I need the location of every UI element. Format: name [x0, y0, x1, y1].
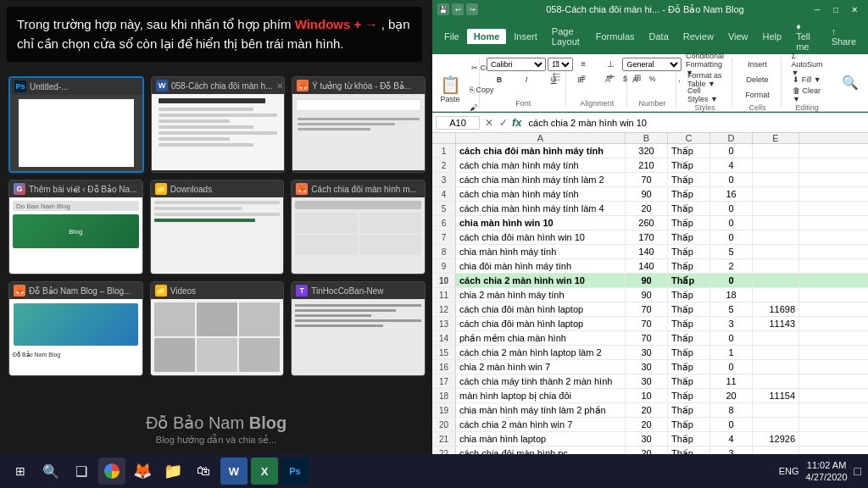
- cell-b[interactable]: 140: [626, 245, 668, 258]
- cell-e[interactable]: [753, 187, 799, 201]
- cell-b[interactable]: 320: [626, 144, 668, 158]
- cell-d[interactable]: 5: [710, 245, 753, 258]
- cell-e[interactable]: 11698: [753, 302, 799, 316]
- table-row[interactable]: 18 màn hình laptop bị chia đôi 10 Thấp 2…: [432, 389, 868, 403]
- cell-e[interactable]: [753, 202, 799, 215]
- cell-c[interactable]: Thấp: [668, 274, 710, 287]
- cell-e[interactable]: [753, 418, 799, 431]
- search-button[interactable]: 🔍: [837, 61, 863, 105]
- table-row[interactable]: 7 cách chia đôi màn hình win 10 170 Thấp…: [432, 230, 868, 245]
- cell-a[interactable]: cách chia màn hình máy tính: [456, 187, 626, 201]
- cell-reference-box[interactable]: [436, 116, 480, 130]
- cell-c[interactable]: Thấp: [668, 144, 710, 158]
- format-as-table-button[interactable]: Format as Table ▼: [683, 73, 726, 86]
- table-row[interactable]: 14 phần mềm chia màn hình 70 Thấp 0: [432, 331, 868, 346]
- excel-taskbar-icon[interactable]: X: [251, 458, 278, 485]
- task-view-button[interactable]: ❑: [68, 458, 95, 485]
- cell-a[interactable]: cách chia 2 màn hình win 10: [456, 274, 626, 287]
- table-row[interactable]: 19 chia màn hình máy tính làm 2 phần 20 …: [432, 403, 868, 418]
- paste-button[interactable]: 📋 Paste: [437, 68, 463, 112]
- cell-e[interactable]: [753, 230, 799, 244]
- align-top-button[interactable]: ⊤: [543, 58, 569, 69]
- cell-d[interactable]: 0: [710, 331, 753, 345]
- cell-b[interactable]: 210: [626, 158, 668, 172]
- cell-c[interactable]: Thấp: [668, 216, 710, 230]
- cell-c[interactable]: Thấp: [668, 317, 710, 330]
- tab-view[interactable]: View: [721, 29, 755, 44]
- cell-b[interactable]: 260: [626, 216, 668, 230]
- align-middle-button[interactable]: ≡: [570, 58, 596, 69]
- cell-a[interactable]: cách chia màn hình máy tính làm 2: [456, 173, 626, 186]
- cell-d[interactable]: 3: [710, 317, 753, 330]
- cell-c[interactable]: Thấp: [668, 158, 710, 172]
- table-row[interactable]: 21 chia màn hình laptop 30 Thấp 4 12926: [432, 432, 868, 446]
- cell-d[interactable]: 0: [710, 202, 753, 215]
- table-row[interactable]: 6 chia màn hình win 10 260 Thấp 0: [432, 216, 868, 230]
- table-row[interactable]: 10 cách chia 2 màn hình win 10 90 Thấp 0: [432, 274, 868, 288]
- ps-taskbar-icon[interactable]: Ps: [281, 458, 309, 485]
- cell-a[interactable]: phần mềm chia màn hình: [456, 331, 626, 345]
- cell-e[interactable]: [753, 403, 799, 417]
- cell-b[interactable]: 10: [626, 389, 668, 402]
- cell-d[interactable]: 0: [710, 173, 753, 186]
- cell-e[interactable]: 12926: [753, 432, 799, 446]
- table-row[interactable]: 13 cách chia đôi màn hình laptop 70 Thấp…: [432, 317, 868, 331]
- table-row[interactable]: 8 chia màn hình máy tính 140 Thấp 5: [432, 245, 868, 259]
- cell-c[interactable]: Thấp: [668, 245, 710, 258]
- table-row[interactable]: 20 cách chia 2 màn hình win 7 20 Thấp 0: [432, 418, 868, 432]
- cell-a[interactable]: cách chia máy tính thành 2 màn hình: [456, 374, 626, 388]
- col-header-a[interactable]: A: [456, 133, 626, 143]
- word-taskbar-icon[interactable]: W: [220, 458, 248, 485]
- cell-e[interactable]: [753, 274, 799, 287]
- close-button[interactable]: ✕: [846, 3, 863, 16]
- cell-e[interactable]: [753, 288, 799, 302]
- bold-button[interactable]: B: [487, 73, 512, 86]
- cell-b[interactable]: 30: [626, 346, 668, 359]
- tab-review[interactable]: Review: [676, 29, 721, 44]
- cell-b[interactable]: 30: [626, 374, 668, 388]
- firefox-taskbar-icon[interactable]: 🦊: [129, 458, 156, 485]
- cell-c[interactable]: Thấp: [668, 403, 710, 417]
- delete-cells-button[interactable]: Delete: [742, 73, 772, 86]
- cell-a[interactable]: chia đôi màn hình máy tính: [456, 259, 626, 273]
- thumbnail-downloads[interactable]: 📁 Downloads: [150, 180, 285, 274]
- cell-b[interactable]: 20: [626, 403, 668, 417]
- table-row[interactable]: 4 cách chia màn hình máy tính 90 Thấp 16: [432, 187, 868, 202]
- cell-d[interactable]: 0: [710, 418, 753, 431]
- tab-file[interactable]: File: [437, 29, 466, 44]
- table-row[interactable]: 11 chia 2 màn hình máy tính 90 Thấp 18: [432, 288, 868, 302]
- cell-styles-button[interactable]: Cell Styles ▼: [683, 88, 726, 102]
- table-row[interactable]: 16 chia 2 màn hình win 7 30 Thấp 0: [432, 360, 868, 374]
- cell-a[interactable]: cách chia đôi màn hình laptop: [456, 317, 626, 330]
- search-button[interactable]: 🔍: [37, 458, 64, 485]
- cell-c[interactable]: Thấp: [668, 346, 710, 359]
- percent-button[interactable]: %: [639, 73, 665, 85]
- store-taskbar-icon[interactable]: 🛍: [190, 458, 217, 485]
- save-icon[interactable]: 💾: [437, 3, 449, 15]
- cell-c[interactable]: Thấp: [668, 418, 710, 431]
- cell-b[interactable]: 170: [626, 230, 668, 244]
- cell-a[interactable]: cách chia đôi màn hình máy tính: [456, 144, 626, 158]
- cell-c[interactable]: Thấp: [668, 230, 710, 244]
- cell-e[interactable]: [753, 346, 799, 359]
- cell-a[interactable]: chia 2 màn hình win 7: [456, 360, 626, 374]
- currency-button[interactable]: $: [612, 73, 637, 85]
- cell-b[interactable]: 30: [626, 432, 668, 446]
- cell-d[interactable]: 11: [710, 374, 753, 388]
- tab-share[interactable]: ↑ Share: [825, 24, 863, 49]
- cell-c[interactable]: Thấp: [668, 302, 710, 316]
- redo-icon[interactable]: ↪: [466, 3, 478, 15]
- close-icon[interactable]: ✕: [276, 81, 283, 91]
- tab-help[interactable]: Help: [756, 29, 789, 44]
- cell-d[interactable]: 18: [710, 288, 753, 302]
- table-row[interactable]: 9 chia đôi màn hình máy tính 140 Thấp 2: [432, 259, 868, 274]
- align-left-button[interactable]: ⬱: [543, 71, 569, 83]
- thumbnail-ps[interactable]: Ps Untitled-...: [8, 76, 144, 173]
- tab-insert[interactable]: Insert: [507, 29, 544, 44]
- cell-d[interactable]: 8: [710, 403, 753, 417]
- table-row[interactable]: 3 cách chia màn hình máy tính làm 2 70 T…: [432, 173, 868, 187]
- cell-c[interactable]: Thấp: [668, 331, 710, 345]
- cell-d[interactable]: 20: [710, 389, 753, 402]
- cell-d[interactable]: 0: [710, 216, 753, 230]
- undo-icon[interactable]: ↩: [452, 3, 464, 15]
